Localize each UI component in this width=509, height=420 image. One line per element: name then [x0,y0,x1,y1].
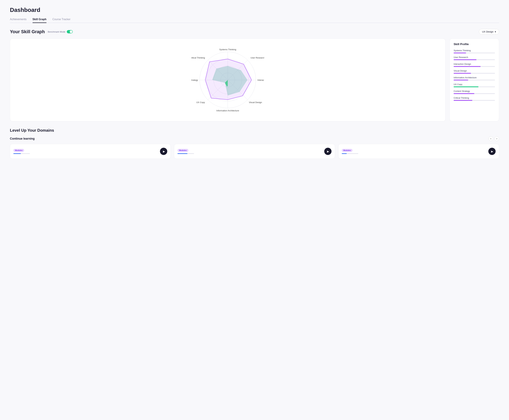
card-left-1: Modules [13,149,30,154]
skill-bar-bg [454,86,495,87]
progress-bar-1 [13,153,30,154]
skill-graph-header: Your Skill Graph Benchmark Mode UX Desig… [10,29,499,35]
level-up-title: Level Up Your Domains [10,128,499,133]
skill-profile-card: Skill Profile Systems ThinkingUser Resea… [449,38,499,121]
domain-dropdown[interactable]: UX Design ▾ [479,29,499,35]
course-card-2: Modules ▶ [174,144,335,159]
skill-bar-bg [454,66,495,67]
card-left-2: Modules [178,149,194,154]
tab-achievements[interactable]: Achievements [10,18,27,23]
skill-row: User Research [454,56,495,60]
label-visual-design: Visual Design [249,101,262,104]
skill-bar-bg [454,93,495,94]
skill-bar-bg [454,80,495,81]
next-arrow[interactable]: > [494,136,499,141]
chevron-down-icon: ▾ [495,30,496,33]
label-info-arch: Information Architecture [216,109,239,112]
skill-bar-bg [454,59,495,60]
skill-name: UX Copy [454,83,495,86]
skill-row: Systems Thinking [454,49,495,53]
skill-row: Information Architecture [454,76,495,81]
main-grid: Systems Thinking User Research Interacti… [10,38,499,121]
skill-row: Interaction Design [454,63,495,67]
skill-name: User Research [454,56,495,59]
skill-name: Visual Design [454,70,495,72]
progress-fill-3 [342,153,347,154]
label-critical-thinking: Critical Thinking [191,57,205,59]
prev-arrow[interactable]: < [488,136,493,141]
skill-bar-bg [454,73,495,74]
radar-chart: Systems Thinking User Research Interacti… [191,44,264,116]
skill-row: Visual Design [454,70,495,74]
level-up-section: Level Up Your Domains Continue learning … [10,128,499,159]
skill-name: Critical Thinking [454,97,495,99]
modules-badge-1: Modules [13,149,24,152]
course-card-1: Modules ▶ [10,144,171,159]
skill-bar-fill [454,93,474,94]
skill-bar-bg [454,100,495,101]
course-cards-row: Modules ▶ Modules ▶ Modules [10,144,499,159]
radar-svg: Systems Thinking User Research Interacti… [191,44,264,116]
skills-list: Systems ThinkingUser ResearchInteraction… [454,49,495,101]
skill-row: Content Strategy [454,90,495,94]
label-interaction-design: Interaction Design [257,79,264,81]
skill-name: Interaction Design [454,63,495,65]
label-user-research: User Research [251,57,264,59]
skill-row: Critical Thinking [454,97,495,101]
tab-course-tracker[interactable]: Course Tracker [52,18,70,23]
modules-badge-2: Modules [178,149,188,152]
page-title: Dashboard [10,7,499,13]
skill-bar-fill [454,66,481,67]
skill-bar-fill [454,52,466,53]
benchmark-toggle-container: Benchmark Mode [48,30,73,33]
progress-bar-2 [178,153,194,154]
progress-bar-3 [342,153,358,154]
play-icon-1: ▶ [163,150,165,153]
label-systems-thinking: Systems Thinking [219,48,236,51]
benchmark-label: Benchmark Mode [48,30,66,33]
nav-arrows: < > [488,136,499,141]
skill-profile-title: Skill Profile [454,43,495,46]
continue-header: Continue learning < > [10,136,499,141]
tab-bar: Achievements Skill Graph Course Tracker [10,18,499,23]
play-button-1[interactable]: ▶ [160,148,167,155]
continue-title: Continue learning [10,137,35,140]
course-card-3: Modules ▶ [338,144,499,159]
tab-skill-graph[interactable]: Skill Graph [33,18,46,23]
skill-name: Systems Thinking [454,49,495,52]
skill-row: UX Copy [454,83,495,87]
skill-name: Content Strategy [454,90,495,92]
card-left-3: Modules [342,149,358,154]
play-button-3[interactable]: ▶ [488,148,496,155]
skill-bar-fill [454,80,468,81]
skill-bar-fill [454,73,471,74]
play-icon-3: ▶ [491,150,493,153]
progress-fill-2 [178,153,187,154]
benchmark-toggle[interactable] [67,30,73,33]
label-content-strategy: Content Strategy [191,79,198,81]
modules-badge-3: Modules [342,149,352,152]
skill-graph-header-left: Your Skill Graph Benchmark Mode [10,29,73,34]
progress-fill-1 [13,153,21,154]
play-icon-2: ▶ [327,150,329,153]
label-ux-copy: UX Copy [196,101,205,104]
skill-bar-fill [454,100,472,101]
skill-bar-fill [454,86,479,87]
radar-chart-card: Systems Thinking User Research Interacti… [10,38,446,121]
skill-name: Information Architecture [454,76,495,79]
skill-bar-bg [454,52,495,53]
play-button-2[interactable]: ▶ [324,148,331,155]
dropdown-label: UX Design [482,30,494,33]
skill-bar-fill [454,59,476,60]
skill-graph-title: Your Skill Graph [10,29,45,34]
